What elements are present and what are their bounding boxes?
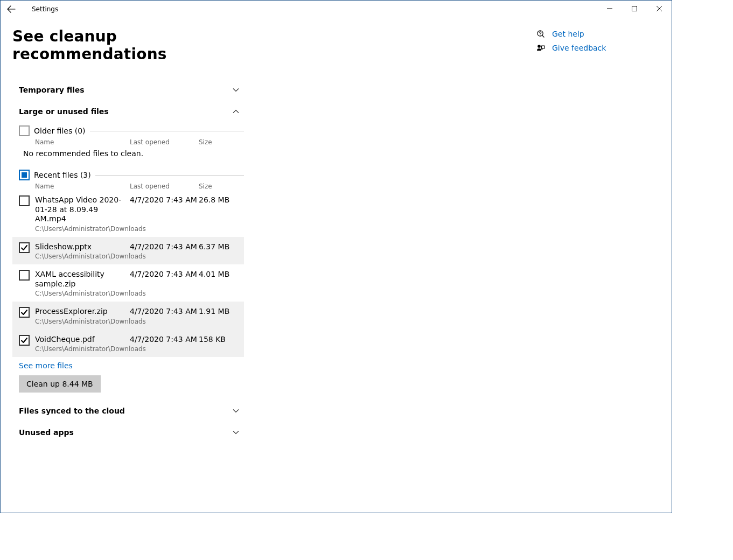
- section-large-unused-files[interactable]: Large or unused files: [12, 101, 244, 122]
- group-older-files: Older files (0): [12, 122, 244, 136]
- file-last-opened: 4/7/2020 7:43 AM: [130, 307, 199, 316]
- file-name: ProcessExplorer.zip: [35, 307, 123, 317]
- section-label: Temporary files: [19, 86, 85, 94]
- cleanup-button[interactable]: Clean up 8.44 MB: [19, 375, 101, 393]
- svg-rect-0: [632, 6, 637, 11]
- back-button[interactable]: [1, 1, 22, 18]
- file-size: 6.37 MB: [199, 242, 236, 251]
- file-size: 1.91 MB: [199, 307, 236, 316]
- file-size: 26.8 MB: [199, 195, 236, 204]
- file-size: 4.01 MB: [199, 270, 236, 278]
- section-files-synced[interactable]: Files synced to the cloud: [12, 400, 244, 422]
- file-last-opened: 4/7/2020 7:43 AM: [130, 242, 199, 251]
- file-checkbox[interactable]: [19, 270, 30, 281]
- group-label: Older files (0): [34, 127, 86, 135]
- col-last-opened: Last opened: [130, 183, 199, 190]
- minimize-button[interactable]: [597, 1, 622, 17]
- file-row[interactable]: XAML accessibility sample.zipC:\Users\Ad…: [12, 264, 244, 302]
- checkbox-older-all[interactable]: [19, 125, 30, 136]
- file-size: 158 KB: [199, 335, 236, 344]
- maximize-button[interactable]: [622, 1, 647, 17]
- file-row[interactable]: Slideshow.pptxC:\Users\Administrator\Dow…: [12, 237, 244, 265]
- link-label: Get help: [552, 30, 584, 38]
- svg-point-2: [537, 45, 541, 48]
- file-checkbox[interactable]: [19, 335, 30, 346]
- file-name: VoidCheque.pdf: [35, 335, 123, 345]
- col-last-opened: Last opened: [130, 138, 199, 146]
- col-name: Name: [35, 183, 130, 190]
- group-recent-files: Recent files (3): [12, 166, 244, 180]
- file-path: C:\Users\Administrator\Downloads: [35, 318, 123, 325]
- arrow-left-icon: [7, 5, 16, 13]
- group-label: Recent files (3): [34, 171, 91, 179]
- chevron-up-icon: [232, 108, 240, 115]
- maximize-icon: [632, 6, 637, 11]
- file-name: XAML accessibility sample.zip: [35, 270, 123, 289]
- file-last-opened: 4/7/2020 7:43 AM: [130, 335, 199, 344]
- file-last-opened: 4/7/2020 7:43 AM: [130, 270, 199, 278]
- minimize-icon: [607, 6, 612, 11]
- file-last-opened: 4/7/2020 7:43 AM: [130, 195, 199, 204]
- file-path: C:\Users\Administrator\Downloads: [35, 345, 123, 353]
- see-more-files-link[interactable]: See more files: [19, 361, 73, 370]
- divider: [95, 175, 244, 176]
- window-controls: [597, 1, 672, 17]
- file-path: C:\Users\Administrator\Downloads: [35, 290, 123, 297]
- get-help-link[interactable]: Get help: [535, 30, 606, 38]
- window-title: Settings: [32, 5, 58, 13]
- file-checkbox[interactable]: [19, 242, 30, 253]
- empty-message: No recommended files to clean.: [23, 149, 244, 158]
- chevron-down-icon: [232, 429, 240, 436]
- close-button[interactable]: [647, 1, 672, 17]
- file-path: C:\Users\Administrator\Downloads: [35, 225, 123, 233]
- section-temporary-files[interactable]: Temporary files: [12, 79, 244, 101]
- aside-panel: Get help Give feedback: [535, 27, 606, 443]
- file-checkbox[interactable]: [19, 307, 30, 318]
- section-unused-apps[interactable]: Unused apps: [12, 422, 244, 443]
- column-headers: Name Last opened Size: [12, 138, 244, 146]
- chevron-down-icon: [232, 86, 240, 94]
- file-row[interactable]: VoidCheque.pdfC:\Users\Administrator\Dow…: [12, 330, 244, 358]
- page-title: See cleanup recommendations: [12, 27, 244, 63]
- titlebar: Settings: [1, 1, 672, 18]
- file-name: WhatsApp Video 2020-01-28 at 8.09.49 AM.…: [35, 195, 123, 224]
- main-column: See cleanup recommendations Temporary fi…: [12, 27, 244, 443]
- file-checkbox[interactable]: [19, 195, 30, 206]
- checkbox-recent-all[interactable]: [19, 170, 30, 180]
- section-label: Large or unused files: [19, 107, 109, 116]
- col-size: Size: [199, 183, 231, 190]
- give-feedback-link[interactable]: Give feedback: [535, 44, 606, 52]
- column-headers: Name Last opened Size: [12, 183, 244, 190]
- col-size: Size: [199, 138, 231, 146]
- file-row[interactable]: ProcessExplorer.zipC:\Users\Administrato…: [12, 302, 244, 330]
- feedback-icon: [535, 44, 547, 52]
- file-path: C:\Users\Administrator\Downloads: [35, 253, 123, 260]
- divider: [90, 131, 244, 131]
- section-label: Files synced to the cloud: [19, 407, 125, 415]
- close-icon: [657, 6, 662, 11]
- file-row[interactable]: WhatsApp Video 2020-01-28 at 8.09.49 AM.…: [12, 190, 244, 237]
- chevron-down-icon: [232, 407, 240, 415]
- link-label: Give feedback: [552, 44, 606, 52]
- file-name: Slideshow.pptx: [35, 242, 123, 252]
- col-name: Name: [35, 138, 130, 146]
- help-icon: [535, 30, 547, 38]
- section-label: Unused apps: [19, 428, 74, 437]
